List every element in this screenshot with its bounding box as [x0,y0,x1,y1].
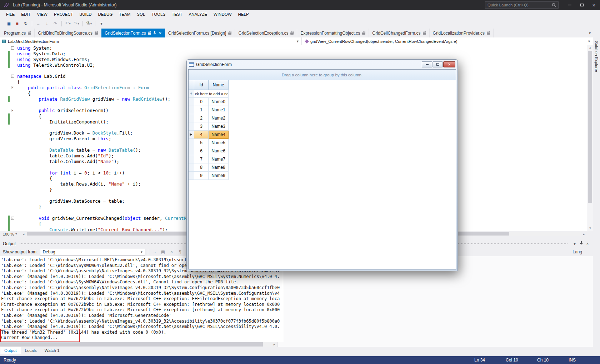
tab-gridbindtobindingsource-cs[interactable]: GridBindToBindingSource.cs [35,29,101,37]
form-maximize-button[interactable] [432,61,443,67]
scrollbar-thumb[interactable] [588,51,592,203]
tab-expressionformattingobject-cs[interactable]: ExpressionFormattingObject.cs [297,29,369,37]
row-header-cell[interactable] [189,122,194,131]
cell-id[interactable]: 4 [194,131,209,139]
cell-name[interactable]: Name4 [209,131,229,139]
pin-icon[interactable] [153,31,156,35]
grid-row-6[interactable]: 6Name6 [189,147,456,155]
row-header-cell[interactable] [189,114,194,122]
tab-gridcellchangedform-cs[interactable]: GridCellChangedForm.cs [369,29,429,37]
step-over-icon[interactable]: ↷ [51,20,60,27]
cell-id[interactable]: 5 [194,139,209,147]
tab-list-chevron-icon[interactable]: ▾ [589,31,591,35]
row-header-cell[interactable] [189,163,194,172]
solution-explorer-tab[interactable]: Solution Explorer [593,37,600,356]
cell-name[interactable]: Name1 [209,106,229,114]
word-wrap-icon[interactable]: ¶ [176,249,184,254]
add-new-row[interactable]: + ck here to add a ne [189,90,456,98]
menu-item-sql[interactable]: SQL [134,10,148,19]
tool-tab-locals[interactable]: Locals [21,347,41,354]
undo-icon[interactable]: ↶▾ [64,20,72,27]
menu-item-team[interactable]: TEAM [116,10,134,19]
menu-item-window[interactable]: WINDOW [210,10,235,19]
row-header-cell[interactable] [189,98,194,106]
cell-id[interactable]: 3 [194,122,209,131]
cell-id[interactable]: 0 [194,98,209,106]
close-button[interactable]: × [588,0,600,10]
fold-toggle-icon[interactable]: - [11,86,14,89]
output-horizontal-scrollbar[interactable]: ▸ [0,342,593,347]
cell-id[interactable]: 8 [194,163,209,172]
grid-corner-cell[interactable] [189,80,194,90]
scroll-down-icon[interactable]: ▼ [587,226,593,231]
window-position-icon[interactable]: ▾ [571,242,578,246]
cell-id[interactable]: 1 [194,106,209,114]
grid-group-panel[interactable]: Drag a column here to group by this colu… [189,70,456,80]
cell-name[interactable]: Name8 [209,163,229,172]
tab-program-cs[interactable]: Program.cs [1,29,35,37]
fold-toggle-icon[interactable]: - [11,109,14,112]
maximize-button[interactable] [576,0,588,10]
row-header-cell[interactable] [189,139,194,147]
column-header-name[interactable]: Name [209,80,229,90]
tab-gridselectionexception-cs[interactable]: GridSelectionException.cs [235,29,297,37]
menu-item-file[interactable]: FILE [3,10,18,19]
grid-row-9[interactable]: 9Name9 [189,172,456,180]
show-next-statement-icon[interactable]: → [34,20,42,27]
scroll-right-icon[interactable]: ▸ [271,342,277,347]
fold-toggle-icon[interactable]: - [11,217,14,220]
restart-icon[interactable]: ↻ [21,20,30,27]
scrollbar-thumb[interactable] [0,342,263,347]
menu-item-help[interactable]: HELP [235,10,252,19]
step-into-icon[interactable]: ↓ [42,20,51,27]
minimize-button[interactable] [564,0,576,10]
auto-hide-pin-icon[interactable] [578,241,584,246]
menu-item-analyze[interactable]: ANALYZE [185,10,210,19]
member-dropdown[interactable]: gridView_CurrentRowChanged(object sender… [302,37,593,45]
cell-id[interactable]: 7 [194,155,209,163]
tool-tab-output[interactable]: Output [0,347,21,354]
row-header-cell[interactable] [189,172,194,180]
grid-row-0[interactable]: 0Name0 [189,98,456,106]
type-dropdown[interactable]: Lab.Grid.GridSelectionForm ▼ [0,37,302,45]
scroll-up-icon[interactable]: ▲ [587,45,593,50]
menu-item-view[interactable]: VIEW [34,10,51,19]
grid-row-2[interactable]: 2Name2 [189,114,456,122]
menu-item-tools[interactable]: TOOLS [148,10,169,19]
grid-row-7[interactable]: 7Name7 [189,155,456,163]
tab-gridlocalizationprovider-cs[interactable]: GridLocalizationProvider.cs [430,29,494,37]
grid-row-5[interactable]: 5Name5 [189,139,456,147]
clear-all-icon[interactable]: ▤ [159,249,166,254]
fold-toggle-icon[interactable]: - [11,75,14,78]
menu-item-build[interactable]: BUILD [76,10,95,19]
cell-name[interactable]: Name9 [209,172,229,180]
form-title-bar[interactable]: GridSelectionForm × [187,60,458,69]
cell-name[interactable]: Name7 [209,155,229,163]
menu-item-project[interactable]: PROJECT [51,10,76,19]
stop-icon[interactable]: ■ [13,20,21,27]
menu-item-edit[interactable]: EDIT [18,10,34,19]
fold-toggle-icon[interactable]: - [11,46,14,50]
grid-row-1[interactable]: 1Name1 [189,106,456,114]
grid-row-3[interactable]: 3Name3 [189,122,456,131]
form-close-button[interactable]: × [443,61,455,67]
gridselectionform-window[interactable]: GridSelectionForm × Drag a column here t… [186,59,458,271]
scrollbar-track[interactable] [0,342,271,347]
redo-icon[interactable]: ↷▾ [72,20,81,27]
row-header-cell[interactable] [189,155,194,163]
delete-message-icon[interactable]: × [168,249,175,254]
column-header-id[interactable]: Id [194,80,209,90]
row-header-cell[interactable] [189,147,194,155]
grid-row-4[interactable]: 4Name4 [189,131,456,139]
editor-vertical-scrollbar[interactable]: ▲ ▼ [587,45,593,231]
grid-row-8[interactable]: 8Name8 [189,163,456,172]
cell-name[interactable]: Name5 [209,139,229,147]
menu-item-debug[interactable]: DEBUG [95,10,116,19]
scroll-left-icon[interactable]: ◂ [21,232,26,236]
output-source-dropdown[interactable]: Debug ▼ [40,249,145,256]
cell-id[interactable]: 9 [194,172,209,180]
cell-name[interactable]: Name2 [209,114,229,122]
close-panel-icon[interactable]: × [584,242,591,246]
break-all-icon[interactable]: ▮▮ [4,20,13,27]
tool-tab-watch-1[interactable]: Watch 1 [41,347,64,354]
